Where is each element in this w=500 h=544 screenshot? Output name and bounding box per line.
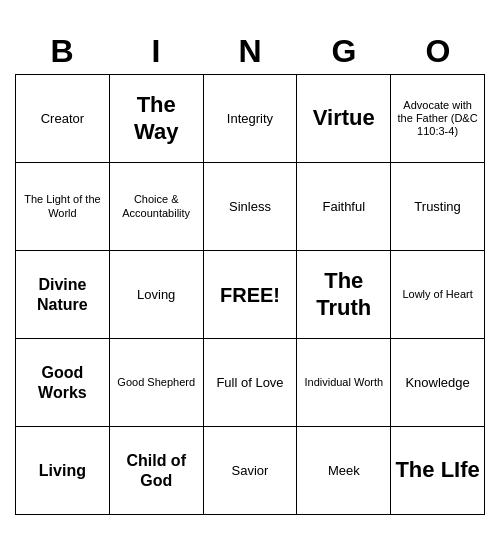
header-letter: G — [297, 29, 391, 74]
cell-r4-c1: Child of God — [110, 427, 204, 515]
cell-text: The LIfe — [395, 457, 479, 483]
cell-r3-c3: Individual Worth — [297, 339, 391, 427]
cell-r1-c2: Sinless — [204, 163, 298, 251]
header-letter: I — [109, 29, 203, 74]
cell-text: Integrity — [227, 111, 273, 127]
cell-r3-c2: Full of Love — [204, 339, 298, 427]
header-letter: O — [391, 29, 485, 74]
cell-text: Trusting — [414, 199, 460, 215]
bingo-grid: CreatorThe WayIntegrityVirtueAdvocate wi… — [15, 74, 485, 515]
cell-r2-c1: Loving — [110, 251, 204, 339]
cell-text: Virtue — [313, 105, 375, 131]
cell-r2-c4: Lowly of Heart — [391, 251, 485, 339]
cell-r4-c2: Savior — [204, 427, 298, 515]
cell-r3-c1: Good Shepherd — [110, 339, 204, 427]
cell-text: The Way — [114, 92, 199, 145]
cell-r2-c2: FREE! — [204, 251, 298, 339]
cell-text: Sinless — [229, 199, 271, 215]
cell-text: Good Shepherd — [117, 376, 195, 389]
cell-text: Choice & Accountability — [114, 193, 199, 219]
cell-text: Savior — [232, 463, 269, 479]
cell-r3-c0: Good Works — [16, 339, 110, 427]
bingo-header: BINGO — [15, 29, 485, 74]
cell-r3-c4: Knowledge — [391, 339, 485, 427]
bingo-card: BINGO CreatorThe WayIntegrityVirtueAdvoc… — [15, 29, 485, 515]
cell-text: Knowledge — [405, 375, 469, 391]
cell-text: Faithful — [322, 199, 365, 215]
cell-text: Child of God — [114, 451, 199, 489]
cell-r1-c3: Faithful — [297, 163, 391, 251]
cell-r0-c1: The Way — [110, 75, 204, 163]
cell-r2-c3: The Truth — [297, 251, 391, 339]
cell-text: Meek — [328, 463, 360, 479]
cell-r1-c1: Choice & Accountability — [110, 163, 204, 251]
cell-r2-c0: Divine Nature — [16, 251, 110, 339]
header-letter: N — [203, 29, 297, 74]
cell-text: The Light of the World — [20, 193, 105, 219]
cell-r0-c3: Virtue — [297, 75, 391, 163]
cell-text: Loving — [137, 287, 175, 303]
cell-text: Divine Nature — [20, 275, 105, 313]
cell-text: Living — [39, 461, 86, 480]
cell-text: Good Works — [20, 363, 105, 401]
cell-text: Individual Worth — [304, 376, 383, 389]
cell-text: Lowly of Heart — [402, 288, 472, 301]
cell-text: Advocate with the Father (D&C 110:3-4) — [395, 99, 480, 139]
cell-text: Full of Love — [216, 375, 283, 391]
cell-r1-c0: The Light of the World — [16, 163, 110, 251]
cell-r4-c3: Meek — [297, 427, 391, 515]
cell-r0-c0: Creator — [16, 75, 110, 163]
cell-text: The Truth — [301, 268, 386, 321]
cell-r4-c0: Living — [16, 427, 110, 515]
cell-r4-c4: The LIfe — [391, 427, 485, 515]
cell-text: FREE! — [220, 283, 280, 307]
cell-text: Creator — [41, 111, 84, 127]
cell-r0-c2: Integrity — [204, 75, 298, 163]
header-letter: B — [15, 29, 109, 74]
cell-r1-c4: Trusting — [391, 163, 485, 251]
cell-r0-c4: Advocate with the Father (D&C 110:3-4) — [391, 75, 485, 163]
